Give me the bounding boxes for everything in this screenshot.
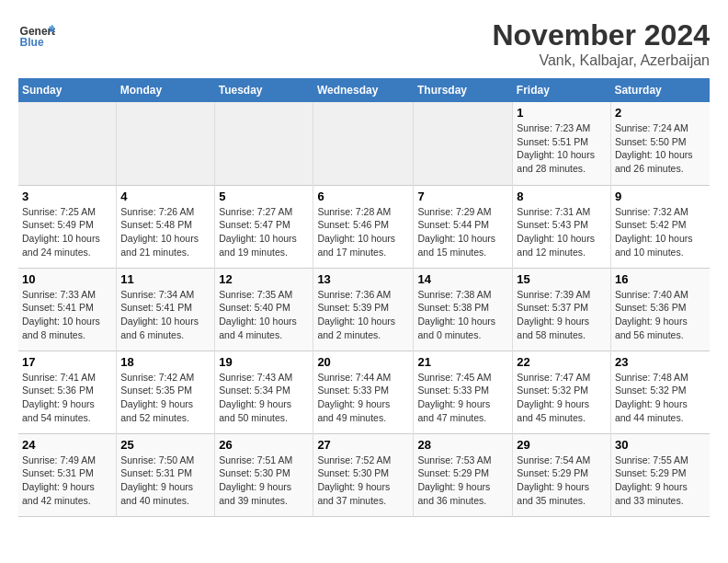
day-info: Sunrise: 7:36 AM Sunset: 5:39 PM Dayligh… — [317, 288, 409, 342]
day-info: Sunrise: 7:55 AM Sunset: 5:29 PM Dayligh… — [615, 454, 706, 508]
week-row-3: 10Sunrise: 7:33 AM Sunset: 5:41 PM Dayli… — [18, 268, 710, 350]
day-cell: 14Sunrise: 7:38 AM Sunset: 5:38 PM Dayli… — [414, 268, 513, 350]
day-number: 12 — [219, 272, 309, 286]
day-cell: 20Sunrise: 7:44 AM Sunset: 5:33 PM Dayli… — [313, 350, 414, 433]
day-cell: 3Sunrise: 7:25 AM Sunset: 5:49 PM Daylig… — [18, 185, 117, 268]
day-info: Sunrise: 7:32 AM Sunset: 5:42 PM Dayligh… — [615, 205, 706, 259]
weekday-header-friday: Friday — [513, 78, 611, 102]
day-number: 25 — [120, 438, 210, 452]
location: Vank, Kalbajar, Azerbaijan — [492, 52, 710, 69]
week-row-2: 3Sunrise: 7:25 AM Sunset: 5:49 PM Daylig… — [18, 185, 710, 268]
day-number: 23 — [615, 355, 706, 369]
day-number: 21 — [417, 355, 508, 369]
week-row-4: 17Sunrise: 7:41 AM Sunset: 5:36 PM Dayli… — [18, 350, 710, 433]
weekday-header-monday: Monday — [117, 78, 215, 102]
day-cell: 16Sunrise: 7:40 AM Sunset: 5:36 PM Dayli… — [610, 268, 710, 350]
day-cell: 2Sunrise: 7:24 AM Sunset: 5:50 PM Daylig… — [610, 102, 710, 185]
day-number: 4 — [120, 190, 210, 203]
day-cell: 29Sunrise: 7:54 AM Sunset: 5:29 PM Dayli… — [513, 433, 611, 516]
day-cell: 25Sunrise: 7:50 AM Sunset: 5:31 PM Dayli… — [117, 433, 215, 516]
day-number: 2 — [615, 106, 706, 120]
day-info: Sunrise: 7:51 AM Sunset: 5:30 PM Dayligh… — [219, 454, 309, 508]
day-info: Sunrise: 7:45 AM Sunset: 5:33 PM Dayligh… — [417, 371, 508, 425]
day-info: Sunrise: 7:27 AM Sunset: 5:47 PM Dayligh… — [219, 205, 309, 259]
day-cell: 4Sunrise: 7:26 AM Sunset: 5:48 PM Daylig… — [117, 185, 215, 268]
day-info: Sunrise: 7:33 AM Sunset: 5:41 PM Dayligh… — [22, 288, 112, 342]
day-info: Sunrise: 7:23 AM Sunset: 5:51 PM Dayligh… — [517, 121, 607, 176]
day-cell: 26Sunrise: 7:51 AM Sunset: 5:30 PM Dayli… — [215, 433, 313, 516]
day-number: 27 — [317, 438, 409, 452]
day-number: 14 — [417, 272, 508, 286]
day-info: Sunrise: 7:54 AM Sunset: 5:29 PM Dayligh… — [517, 454, 607, 508]
day-cell: 18Sunrise: 7:42 AM Sunset: 5:35 PM Dayli… — [117, 350, 215, 433]
day-info: Sunrise: 7:28 AM Sunset: 5:46 PM Dayligh… — [317, 205, 409, 259]
day-info: Sunrise: 7:42 AM Sunset: 5:35 PM Dayligh… — [120, 371, 210, 425]
week-row-1: 1Sunrise: 7:23 AM Sunset: 5:51 PM Daylig… — [18, 102, 710, 185]
day-number: 28 — [417, 438, 508, 452]
weekday-header-sunday: Sunday — [18, 78, 117, 102]
day-number: 26 — [219, 438, 309, 452]
weekday-header-saturday: Saturday — [610, 78, 710, 102]
day-info: Sunrise: 7:47 AM Sunset: 5:32 PM Dayligh… — [517, 371, 607, 425]
day-info: Sunrise: 7:53 AM Sunset: 5:29 PM Dayligh… — [417, 454, 508, 508]
week-row-5: 24Sunrise: 7:49 AM Sunset: 5:31 PM Dayli… — [18, 433, 710, 516]
day-info: Sunrise: 7:41 AM Sunset: 5:36 PM Dayligh… — [22, 371, 112, 425]
day-info: Sunrise: 7:40 AM Sunset: 5:36 PM Dayligh… — [615, 288, 706, 342]
day-number: 13 — [317, 272, 409, 286]
day-cell — [414, 102, 513, 185]
day-cell: 6Sunrise: 7:28 AM Sunset: 5:46 PM Daylig… — [313, 185, 414, 268]
day-info: Sunrise: 7:44 AM Sunset: 5:33 PM Dayligh… — [317, 371, 409, 425]
day-cell: 7Sunrise: 7:29 AM Sunset: 5:44 PM Daylig… — [414, 185, 513, 268]
day-info: Sunrise: 7:31 AM Sunset: 5:43 PM Dayligh… — [517, 205, 607, 259]
day-number: 3 — [22, 190, 112, 203]
day-number: 19 — [219, 355, 309, 369]
day-info: Sunrise: 7:26 AM Sunset: 5:48 PM Dayligh… — [120, 205, 210, 259]
day-cell: 21Sunrise: 7:45 AM Sunset: 5:33 PM Dayli… — [414, 350, 513, 433]
day-info: Sunrise: 7:38 AM Sunset: 5:38 PM Dayligh… — [417, 288, 508, 342]
day-number: 22 — [517, 355, 607, 369]
logo-icon: General Blue — [18, 18, 55, 55]
day-info: Sunrise: 7:34 AM Sunset: 5:41 PM Dayligh… — [120, 288, 210, 342]
day-cell: 22Sunrise: 7:47 AM Sunset: 5:32 PM Dayli… — [513, 350, 611, 433]
day-cell — [313, 102, 414, 185]
day-cell: 28Sunrise: 7:53 AM Sunset: 5:29 PM Dayli… — [414, 433, 513, 516]
day-cell: 19Sunrise: 7:43 AM Sunset: 5:34 PM Dayli… — [215, 350, 313, 433]
day-number: 5 — [219, 190, 309, 203]
day-cell: 23Sunrise: 7:48 AM Sunset: 5:32 PM Dayli… — [610, 350, 710, 433]
day-number: 18 — [120, 355, 210, 369]
weekday-header-tuesday: Tuesday — [215, 78, 313, 102]
weekday-header-thursday: Thursday — [414, 78, 513, 102]
page-header: General Blue November 2024 Vank, Kalbaja… — [18, 18, 710, 69]
day-number: 17 — [22, 355, 112, 369]
day-cell: 1Sunrise: 7:23 AM Sunset: 5:51 PM Daylig… — [513, 102, 611, 185]
day-cell — [117, 102, 215, 185]
logo: General Blue — [18, 18, 55, 55]
day-info: Sunrise: 7:25 AM Sunset: 5:49 PM Dayligh… — [22, 205, 112, 259]
day-cell — [18, 102, 117, 185]
day-number: 16 — [615, 272, 706, 286]
day-info: Sunrise: 7:24 AM Sunset: 5:50 PM Dayligh… — [615, 121, 706, 176]
day-number: 15 — [517, 272, 607, 286]
weekday-header-wednesday: Wednesday — [313, 78, 414, 102]
day-cell: 9Sunrise: 7:32 AM Sunset: 5:42 PM Daylig… — [610, 185, 710, 268]
day-info: Sunrise: 7:35 AM Sunset: 5:40 PM Dayligh… — [219, 288, 309, 342]
day-cell: 27Sunrise: 7:52 AM Sunset: 5:30 PM Dayli… — [313, 433, 414, 516]
day-cell: 8Sunrise: 7:31 AM Sunset: 5:43 PM Daylig… — [513, 185, 611, 268]
day-number: 7 — [417, 190, 508, 203]
day-number: 9 — [615, 190, 706, 203]
day-cell — [215, 102, 313, 185]
day-cell: 15Sunrise: 7:39 AM Sunset: 5:37 PM Dayli… — [513, 268, 611, 350]
day-cell: 17Sunrise: 7:41 AM Sunset: 5:36 PM Dayli… — [18, 350, 117, 433]
day-info: Sunrise: 7:52 AM Sunset: 5:30 PM Dayligh… — [317, 454, 409, 508]
calendar-table: SundayMondayTuesdayWednesdayThursdayFrid… — [18, 78, 710, 517]
month-title: November 2024 — [492, 18, 710, 52]
day-info: Sunrise: 7:50 AM Sunset: 5:31 PM Dayligh… — [120, 454, 210, 508]
day-info: Sunrise: 7:49 AM Sunset: 5:31 PM Dayligh… — [22, 454, 112, 508]
day-number: 20 — [317, 355, 409, 369]
day-number: 1 — [517, 106, 607, 120]
weekday-header-row: SundayMondayTuesdayWednesdayThursdayFrid… — [18, 78, 710, 102]
day-number: 29 — [517, 438, 607, 452]
svg-text:Blue: Blue — [20, 36, 44, 49]
title-block: November 2024 Vank, Kalbajar, Azerbaijan — [492, 18, 710, 69]
day-number: 30 — [615, 438, 706, 452]
